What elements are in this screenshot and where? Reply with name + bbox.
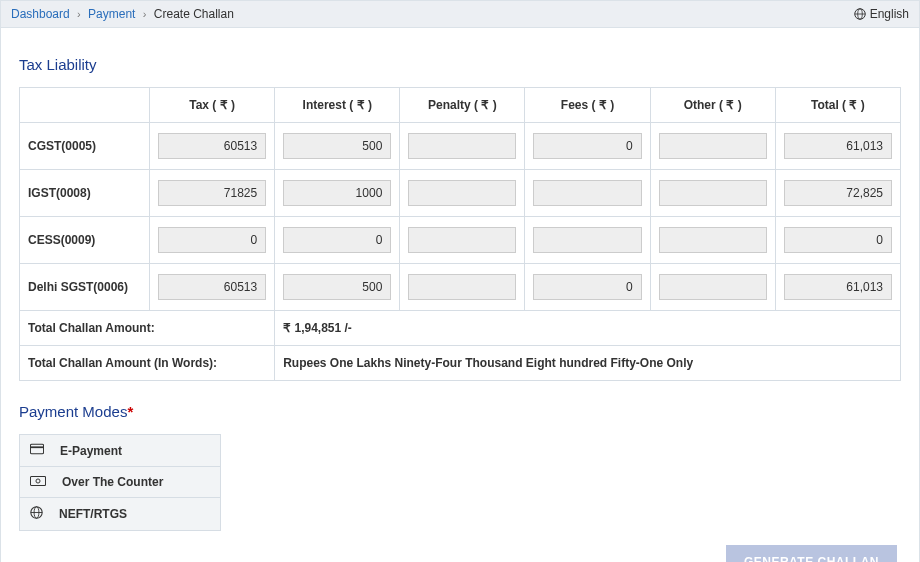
cell-interest xyxy=(275,170,400,217)
fees-input[interactable] xyxy=(533,133,641,159)
cell-tax xyxy=(150,217,275,264)
cell-total xyxy=(775,264,900,311)
cell-fees xyxy=(525,123,650,170)
cell-interest xyxy=(275,123,400,170)
other-input[interactable] xyxy=(659,133,767,159)
interest-input[interactable] xyxy=(283,227,391,253)
cell-total xyxy=(775,170,900,217)
cell-tax xyxy=(150,264,275,311)
total-challan-words-value: Rupees One Lakhs Ninety-Four Thousand Ei… xyxy=(275,346,901,381)
cell-other xyxy=(650,123,775,170)
cell-fees xyxy=(525,170,650,217)
col-other: Other ( ₹ ) xyxy=(650,88,775,123)
payment-modes-list: E-PaymentOver The CounterNEFT/RTGS xyxy=(19,434,221,531)
penalty-input[interactable] xyxy=(408,180,516,206)
penalty-input[interactable] xyxy=(408,274,516,300)
total-input xyxy=(784,227,892,253)
interest-input[interactable] xyxy=(283,274,391,300)
cell-penalty xyxy=(400,217,525,264)
table-row: CESS(0009) xyxy=(20,217,901,264)
required-asterisk: * xyxy=(127,403,133,420)
col-blank xyxy=(20,88,150,123)
language-switcher[interactable]: English xyxy=(854,1,909,27)
cell-interest xyxy=(275,264,400,311)
cell-penalty xyxy=(400,170,525,217)
row-label: IGST(0008) xyxy=(20,170,150,217)
other-input[interactable] xyxy=(659,227,767,253)
cell-penalty xyxy=(400,264,525,311)
payment-mode-epayment[interactable]: E-Payment xyxy=(20,435,220,467)
cell-fees xyxy=(525,217,650,264)
total-input xyxy=(784,133,892,159)
other-input[interactable] xyxy=(659,180,767,206)
svg-rect-5 xyxy=(30,477,45,486)
tax-input[interactable] xyxy=(158,274,266,300)
button-row: GENERATE CHALLAN xyxy=(19,545,901,562)
breadcrumb: Dashboard › Payment › Create Challan xyxy=(11,1,234,27)
cell-tax xyxy=(150,123,275,170)
breadcrumb-current: Create Challan xyxy=(154,7,234,21)
col-total: Total ( ₹ ) xyxy=(775,88,900,123)
tax-input[interactable] xyxy=(158,227,266,253)
breadcrumb-dashboard[interactable]: Dashboard xyxy=(11,7,70,21)
col-fees: Fees ( ₹ ) xyxy=(525,88,650,123)
tax-liability-heading: Tax Liability xyxy=(19,56,901,73)
penalty-input[interactable] xyxy=(408,133,516,159)
row-label: CGST(0005) xyxy=(20,123,150,170)
cell-tax xyxy=(150,170,275,217)
generate-challan-button[interactable]: GENERATE CHALLAN xyxy=(726,545,897,562)
interest-input[interactable] xyxy=(283,133,391,159)
globe-icon xyxy=(854,8,866,20)
cell-total xyxy=(775,123,900,170)
tax-input[interactable] xyxy=(158,133,266,159)
tax-input[interactable] xyxy=(158,180,266,206)
other-input[interactable] xyxy=(659,274,767,300)
payment-modes-heading-text: Payment Modes xyxy=(19,403,127,420)
row-label: Delhi SGST(0006) xyxy=(20,264,150,311)
fees-input[interactable] xyxy=(533,227,641,253)
content: Tax Liability Tax ( ₹ ) Interest ( ₹ ) P… xyxy=(1,28,919,562)
total-input xyxy=(784,274,892,300)
col-interest: Interest ( ₹ ) xyxy=(275,88,400,123)
payment-mode-label: E-Payment xyxy=(60,444,122,458)
payment-mode-neft[interactable]: NEFT/RTGS xyxy=(20,498,220,530)
cell-other xyxy=(650,264,775,311)
payment-mode-label: Over The Counter xyxy=(62,475,163,489)
breadcrumb-sep: › xyxy=(143,8,147,20)
breadcrumb-payment[interactable]: Payment xyxy=(88,7,135,21)
interest-input[interactable] xyxy=(283,180,391,206)
col-penalty: Penalty ( ₹ ) xyxy=(400,88,525,123)
table-row: IGST(0008) xyxy=(20,170,901,217)
total-challan-words-label: Total Challan Amount (In Words): xyxy=(20,346,275,381)
cash-icon xyxy=(30,475,54,489)
row-label: CESS(0009) xyxy=(20,217,150,264)
fees-input[interactable] xyxy=(533,274,641,300)
tax-liability-table: Tax ( ₹ ) Interest ( ₹ ) Penalty ( ₹ ) F… xyxy=(19,87,901,381)
cell-fees xyxy=(525,264,650,311)
cell-total xyxy=(775,217,900,264)
svg-rect-3 xyxy=(30,444,43,454)
breadcrumb-sep: › xyxy=(77,8,81,20)
cell-other xyxy=(650,217,775,264)
table-row: CGST(0005) xyxy=(20,123,901,170)
table-row: Delhi SGST(0006) xyxy=(20,264,901,311)
cell-penalty xyxy=(400,123,525,170)
fees-input[interactable] xyxy=(533,180,641,206)
penalty-input[interactable] xyxy=(408,227,516,253)
svg-rect-4 xyxy=(30,446,44,448)
svg-point-6 xyxy=(36,479,40,483)
cell-interest xyxy=(275,217,400,264)
total-challan-amount-label: Total Challan Amount: xyxy=(20,311,275,346)
payment-mode-label: NEFT/RTGS xyxy=(59,507,127,521)
topbar: Dashboard › Payment › Create Challan Eng… xyxy=(1,1,919,28)
summary-words-row: Total Challan Amount (In Words): Rupees … xyxy=(20,346,901,381)
cell-other xyxy=(650,170,775,217)
payment-modes-heading: Payment Modes* xyxy=(19,403,901,420)
col-tax: Tax ( ₹ ) xyxy=(150,88,275,123)
table-header-row: Tax ( ₹ ) Interest ( ₹ ) Penalty ( ₹ ) F… xyxy=(20,88,901,123)
page-container: Dashboard › Payment › Create Challan Eng… xyxy=(0,0,920,562)
card-icon xyxy=(30,443,52,458)
payment-mode-otc[interactable]: Over The Counter xyxy=(20,467,220,498)
summary-amount-row: Total Challan Amount: ₹ 1,94,851 /- xyxy=(20,311,901,346)
total-challan-amount-value: ₹ 1,94,851 /- xyxy=(275,311,901,346)
